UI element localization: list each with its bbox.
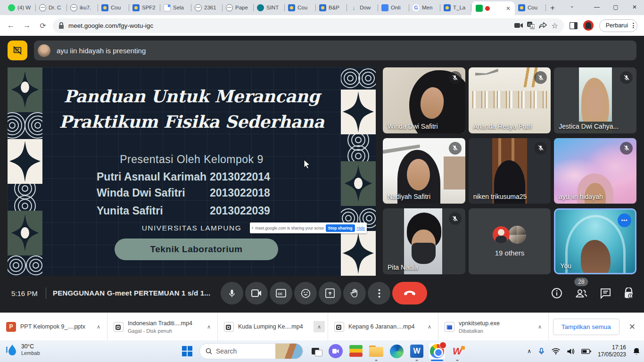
download-menu-chevron[interactable]: ∧ (534, 321, 545, 332)
update-browser-button[interactable]: Perbarui (599, 19, 637, 32)
tab-pape[interactable]: Pape (223, 0, 254, 15)
tab-iku[interactable]: iku7. (67, 0, 98, 15)
download-item[interactable]: Kuda Lumping Ke....mp4 ∧ (218, 313, 328, 340)
slide-decor-left (8, 67, 42, 276)
end-call-button[interactable] (392, 282, 427, 304)
download-item[interactable]: vpnkitsetup.exeDibatalkan ∧ (438, 313, 549, 340)
meeting-details-button[interactable] (551, 288, 562, 299)
tab-whatsapp[interactable]: (4) W (5, 0, 36, 15)
download-menu-chevron[interactable]: ∧ (424, 321, 435, 332)
edge-icon[interactable] (388, 343, 405, 359)
start-button[interactable] (179, 343, 195, 359)
tab-2361[interactable]: 2361 (191, 0, 223, 15)
address-bar[interactable]: meet.google.com/fgy-wotu-igc GA ☆ (53, 18, 564, 33)
task-view-button[interactable] (307, 343, 323, 359)
bluestacks-icon[interactable] (348, 343, 364, 359)
others-tile[interactable]: 19 others (469, 208, 551, 274)
reload-button[interactable]: ⟳ (37, 21, 49, 30)
camera-button[interactable] (245, 282, 268, 304)
wps-office-icon[interactable]: W (449, 343, 465, 359)
presenting-text: ayu iin hidayah is presenting (57, 47, 146, 55)
taskbar-search[interactable]: Search (199, 343, 303, 359)
tray-clock[interactable]: 17:1617/05/2023 (598, 344, 626, 358)
tab-tla[interactable]: T_La (440, 0, 471, 15)
screen-sharing-notice: ‖ meet.google.com is sharing your screen… (250, 222, 367, 233)
new-tab-button[interactable]: + (550, 3, 555, 13)
participant-tile[interactable]: Ananda Resya Putri (469, 67, 551, 133)
participants-button[interactable]: 28 (575, 288, 587, 298)
download-item[interactable]: Kepang 6 Jaranan....mp4 ∧ (328, 313, 438, 340)
participant-name: Ananda Resya Putri (473, 123, 532, 130)
download-menu-chevron[interactable]: ∧ (314, 321, 325, 332)
tab-downloads[interactable]: ↓Dow (347, 0, 378, 15)
wifi-icon[interactable] (552, 348, 560, 354)
tray-chevron-icon[interactable]: ∧ (527, 348, 531, 354)
media-camera-icon[interactable] (514, 23, 523, 28)
participant-tile[interactable]: Nadiyah Safitri (383, 138, 465, 204)
tab-close-icon[interactable]: ✕ (506, 5, 511, 12)
back-button[interactable]: ← (5, 21, 17, 30)
translate-icon[interactable]: GA (527, 22, 535, 29)
weather-widget[interactable]: 30°CLembab (6, 343, 40, 356)
tab-sela[interactable]: Sela (160, 0, 191, 15)
word-icon[interactable]: W (409, 343, 425, 359)
download-item[interactable]: P PPT Kelompok 9_....pptx ∧ (0, 313, 107, 340)
show-all-downloads-button[interactable]: Tampilkan semua (553, 319, 619, 335)
file-explorer-icon[interactable] (368, 343, 384, 359)
tab-meet-active[interactable]: ✕ (471, 1, 515, 15)
close-downloads-bar-icon[interactable]: ✕ (629, 322, 636, 332)
share-icon[interactable] (539, 22, 547, 29)
participant-tile[interactable]: ayu iin hidayah (554, 138, 636, 204)
host-controls-button[interactable] (624, 288, 634, 299)
meet-app-icon[interactable] (328, 343, 344, 359)
captions-button[interactable]: cc (270, 282, 292, 304)
lms-icon (319, 4, 326, 11)
tab-spf[interactable]: SPF2 (129, 0, 160, 15)
meeting-title: PENGGUNAAN G-meet PERTEMUAN 1 s/d 1... (53, 289, 210, 297)
minimize-button[interactable]: — (587, 4, 606, 10)
tab-bp[interactable]: B&P (316, 0, 347, 15)
download-menu-chevron[interactable]: ∧ (203, 321, 215, 332)
mic-muted-icon (620, 142, 633, 155)
participant-tile[interactable]: Pita Nadia (383, 208, 465, 274)
notifications-bell-icon[interactable]: z (633, 347, 640, 355)
close-button[interactable]: ✕ (625, 4, 644, 10)
download-menu-chevron[interactable]: ∧ (93, 321, 104, 332)
present-button[interactable] (319, 282, 341, 304)
menu-dots-icon[interactable] (633, 22, 634, 29)
forward-button[interactable]: → (21, 21, 33, 30)
volume-icon[interactable] (567, 348, 575, 355)
browser-toolbar: ← → ⟳ meet.google.com/fgy-wotu-igc GA ☆ … (0, 15, 644, 36)
hide-sharing-link[interactable]: Hide (357, 226, 365, 230)
download-item[interactable]: Indonesian Traditi....mp4Gagal - Disk pe… (107, 313, 218, 340)
maximize-button[interactable]: ▢ (606, 4, 625, 10)
side-panel-icon[interactable] (570, 22, 578, 29)
tab-google[interactable]: GMen (409, 0, 440, 15)
bookmark-star-icon[interactable]: ☆ (551, 21, 558, 30)
tab-search-chevron-icon[interactable]: ⌄ (570, 3, 574, 9)
chrome-icon[interactable] (429, 343, 445, 359)
sinta-icon (257, 4, 264, 11)
chat-button[interactable] (600, 288, 611, 299)
battery-icon[interactable] (581, 349, 591, 354)
tile-options-button[interactable]: ••• (618, 214, 631, 227)
shop-icon (381, 4, 388, 11)
reactions-button[interactable] (294, 282, 317, 304)
tab-dr[interactable]: Dr. C (36, 0, 67, 15)
tab-course3[interactable]: Cou (515, 0, 546, 15)
participant-tile[interactable]: Winda Dwi Safitri (383, 67, 465, 133)
mic-button[interactable] (221, 282, 243, 304)
stop-sharing-button[interactable]: Stop sharing (326, 224, 355, 232)
participant-tile[interactable]: niken trikusuma25 (469, 138, 551, 204)
tab-online[interactable]: Onli (378, 0, 409, 15)
raise-hand-button[interactable] (343, 282, 366, 304)
participant-tile[interactable]: Jestica Dwi Cahya... (554, 67, 636, 133)
tab-sint[interactable]: SINT (254, 0, 285, 15)
more-options-button[interactable] (368, 282, 390, 304)
tray-mic-icon[interactable] (538, 347, 545, 355)
profile-avatar[interactable] (583, 20, 594, 31)
tab-course1[interactable]: Cou (98, 0, 129, 15)
self-tile[interactable]: ••• You (554, 208, 636, 274)
search-icon (206, 348, 212, 354)
tab-course2[interactable]: Cou (285, 0, 316, 15)
